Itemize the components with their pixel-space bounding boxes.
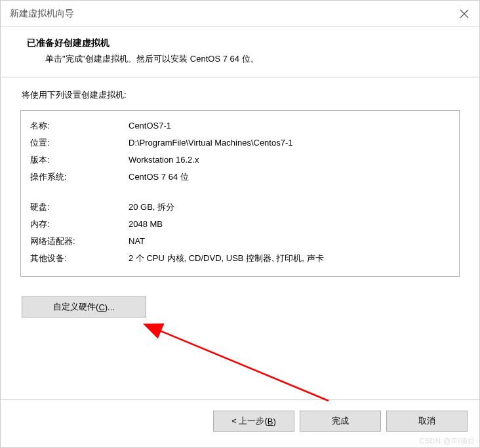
header-subtitle: 单击"完成"创建虚拟机。然后可以安装 CentOS 7 64 位。 [27,53,460,65]
setting-row-network: 网络适配器: NAT [30,233,450,250]
spacer [30,186,450,199]
button-suffix: ) [273,417,275,426]
setting-label: 位置: [30,134,129,152]
customize-hardware-button[interactable]: 自定义硬件(C)... [22,296,146,317]
setting-value: Workstation 16.2.x [129,152,450,169]
setting-row-memory: 内存: 2048 MB [30,216,450,233]
setting-value: NAT [129,233,450,250]
header-section: 已准备好创建虚拟机 单击"完成"创建虚拟机。然后可以安装 CentOS 7 64… [1,27,479,77]
setting-label: 网络适配器: [30,233,129,250]
setting-value: D:\ProgramFile\Virtual Machines\Centos7-… [129,134,450,152]
button-prefix: < 上一步( [231,415,268,427]
titlebar: 新建虚拟机向导 [1,1,479,27]
wizard-window: 新建虚拟机向导 已准备好创建虚拟机 单击"完成"创建虚拟机。然后可以安装 Cen… [0,0,480,448]
setting-value: 2 个 CPU 内核, CD/DVD, USB 控制器, 打印机, 声卡 [129,250,450,267]
setting-label: 操作系统: [30,169,129,186]
body-section: 将使用下列设置创建虚拟机: 名称: CentOS7-1 位置: D:\Progr… [1,77,479,399]
close-icon[interactable] [458,8,470,20]
setting-label: 内存: [30,216,129,233]
setting-value: 2048 MB [129,216,450,233]
button-key: B [268,417,273,426]
settings-intro: 将使用下列设置创建虚拟机: [20,89,460,101]
setting-row-location: 位置: D:\ProgramFile\Virtual Machines\Cent… [30,134,450,152]
setting-label: 版本: [30,152,129,169]
finish-button[interactable]: 完成 [300,411,381,432]
button-key: C [98,302,104,312]
setting-value: CentOS7-1 [129,117,450,134]
setting-row-name: 名称: CentOS7-1 [30,117,450,134]
setting-value: CentOS 7 64 位 [129,169,450,186]
header-title: 已准备好创建虚拟机 [27,37,460,49]
window-title: 新建虚拟机向导 [10,8,74,20]
watermark: CSDN @IFI项目 [419,436,475,446]
setting-row-other: 其他设备: 2 个 CPU 内核, CD/DVD, USB 控制器, 打印机, … [30,250,450,267]
cancel-button[interactable]: 取消 [386,411,468,432]
back-button[interactable]: < 上一步(B) [213,411,294,432]
setting-label: 硬盘: [30,199,129,216]
button-prefix: 自定义硬件( [53,301,98,313]
setting-label: 其他设备: [30,250,129,267]
setting-label: 名称: [30,117,129,134]
button-suffix: )... [105,302,115,312]
settings-box: 名称: CentOS7-1 位置: D:\ProgramFile\Virtual… [20,110,460,277]
footer: < 上一步(B) 完成 取消 [1,399,479,447]
setting-row-version: 版本: Workstation 16.2.x [30,152,450,169]
setting-row-os: 操作系统: CentOS 7 64 位 [30,169,450,186]
setting-row-disk: 硬盘: 20 GB, 拆分 [30,199,450,216]
setting-value: 20 GB, 拆分 [129,199,450,216]
